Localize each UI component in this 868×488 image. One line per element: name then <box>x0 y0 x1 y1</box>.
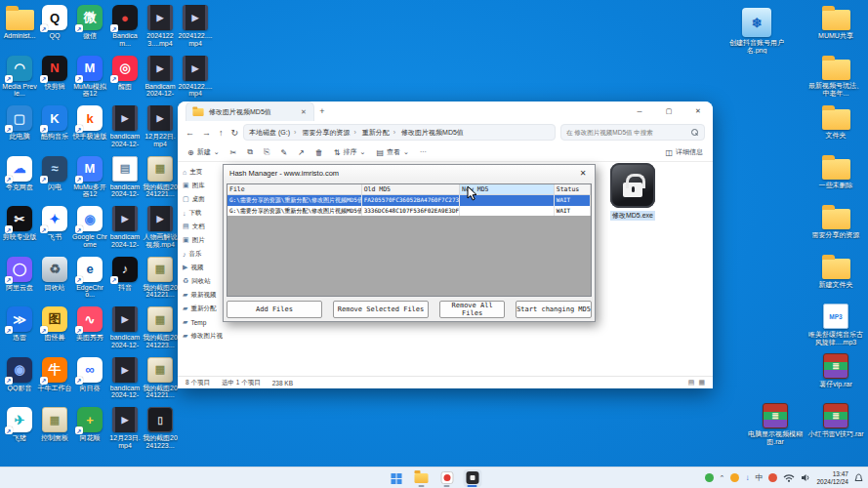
nav-item[interactable]: ▰ 最新视频 <box>178 288 223 302</box>
desktop-icon[interactable]: ≣ 薯仔vip.rar <box>806 350 866 400</box>
wifi-icon[interactable] <box>783 473 795 482</box>
details-view-icon[interactable]: ▤ <box>688 379 695 386</box>
up-button[interactable]: ↑ <box>219 128 224 138</box>
start-button[interactable] <box>387 469 405 487</box>
nav-item[interactable]: ▤ 文档 <box>178 220 223 233</box>
nav-item[interactable]: ⌂ 主页 <box>178 165 223 179</box>
desktop-icon[interactable]: ◯ 阿里云盘 <box>2 254 37 305</box>
breadcrumb-item[interactable]: 需要分享的资源 <box>302 128 359 138</box>
desktop-icon[interactable]: ▶ 12月22日.mp4 <box>143 102 178 153</box>
desktop-icon[interactable]: ▦ 我的截图20241223... <box>143 304 178 354</box>
tray-download-icon[interactable]: ↓ <box>745 473 749 482</box>
taskbar-hash-manager[interactable] <box>463 469 481 487</box>
large-icons-view-icon[interactable]: ▦ <box>698 379 705 386</box>
desktop-icon[interactable]: 文件夹 <box>806 102 866 151</box>
desktop-icon[interactable]: 最新视频号玩法、中老年... <box>806 52 866 102</box>
desktop-icon[interactable]: ◎ 醒图 <box>107 53 143 103</box>
new-button[interactable]: ⊕ 新建 ⌄ <box>187 147 220 157</box>
desktop-icon[interactable]: ♪ 抖音 <box>107 254 143 305</box>
minimize-button[interactable]: ─ <box>625 102 654 121</box>
notification-bell-icon[interactable] <box>854 473 863 483</box>
desktop-icon[interactable]: ▢ 此电脑 <box>2 102 37 153</box>
close-button[interactable]: ✕ <box>683 102 713 121</box>
dialog-button[interactable]: Start changing MD5 <box>516 301 592 318</box>
nav-item[interactable]: ▶ 视频 <box>178 261 223 274</box>
desktop-icon[interactable]: ◠ Media Previe... <box>2 53 37 103</box>
desktop-icon[interactable]: Q QQ <box>37 2 72 53</box>
dialog-button[interactable]: Remove Selected Files <box>333 301 429 318</box>
nav-item[interactable]: ▣ 图库 <box>178 179 223 192</box>
nav-item[interactable]: ▰ Temp <box>178 315 223 329</box>
column-header-old-md5[interactable]: Old MD5 <box>362 184 460 194</box>
desktop-icon[interactable]: Administ... <box>2 2 37 53</box>
desktop-icon[interactable]: 新建文件夹 <box>806 251 866 301</box>
desktop-icon[interactable]: ▦ 控制面板 <box>37 404 72 455</box>
new-tab-button[interactable]: + <box>314 106 330 116</box>
desktop-icon[interactable]: N 快剪辑 <box>37 53 72 103</box>
share-icon[interactable]: ↗ <box>298 148 305 157</box>
dialog-close-button[interactable]: ✕ <box>571 165 595 182</box>
desktop-icon[interactable]: k 快手极速版 <box>72 102 107 153</box>
refresh-button[interactable]: ↻ <box>231 128 239 138</box>
nav-item[interactable]: ♻ 回收站 <box>178 274 223 288</box>
desktop-icon[interactable]: ▶ bandicam 2024-12-2... <box>107 203 143 254</box>
dialog-button[interactable]: Add Files <box>227 301 322 318</box>
breadcrumb-item[interactable]: 本地磁盘 (G:) <box>249 128 300 138</box>
column-header-new-md5[interactable]: New MD5 <box>460 184 555 194</box>
desktop-icon[interactable]: ☁ 夸克网盘 <box>2 153 37 204</box>
desktop-icon[interactable]: ◉ QQ影音 <box>2 354 37 405</box>
desktop-icon[interactable]: 图 图怪兽 <box>37 304 72 354</box>
desktop-icon[interactable]: ✂ 剪映专业版 <box>2 203 37 254</box>
desktop-icon[interactable]: ▯ 我的截图20241223... <box>143 404 178 455</box>
desktop-icon[interactable]: ▶ Bandicam 2024-12-1... <box>143 53 178 103</box>
desktop-icon[interactable]: ∞ 向日葵 <box>72 354 107 405</box>
taskbar-clock[interactable]: 13:47 2024/12/24 <box>816 470 848 485</box>
desktop-icon[interactable]: ▶ 2024122....mp4 <box>178 53 213 103</box>
nav-item[interactable]: ▢ 桌面 <box>178 192 223 206</box>
desktop-icon[interactable]: ▶ bandicam 2024-12-2... <box>107 354 143 405</box>
dialog-button[interactable]: Remove All Files <box>439 301 505 318</box>
desktop-icon[interactable]: ≫ 迅雷 <box>2 304 37 354</box>
desktop-icon[interactable]: ▦ 我的截图20241221... <box>143 354 178 405</box>
dialog-titlebar[interactable]: Hash Manager - www.imristo.com ✕ <box>224 165 595 182</box>
nav-item[interactable]: ↓ 下载 <box>178 206 223 220</box>
tray-red-app-icon[interactable] <box>768 473 777 482</box>
desktop-icon[interactable]: ▶ 人物画解说视频.mp4 <box>143 203 178 254</box>
tray-orange-app-icon[interactable] <box>730 473 739 482</box>
maximize-button[interactable]: ▢ <box>654 102 683 121</box>
desktop-icon[interactable]: ≈ 闪电 <box>37 153 72 204</box>
back-button[interactable]: ← <box>186 128 194 138</box>
desktop-icon[interactable]: e EdgeChro... <box>72 254 107 305</box>
desktop-icon[interactable]: ▶ 12月23日.mp4 <box>107 404 143 455</box>
taskbar-bandicam[interactable] <box>437 469 456 487</box>
desktop-icon[interactable]: 需要分享的资源 <box>806 201 866 251</box>
sort-button[interactable]: ⇅ 排序 ⌄ <box>334 147 366 157</box>
desktop-icon[interactable]: ◉ Google Chrome <box>72 203 107 254</box>
desktop-icon[interactable]: MP3 唯美舒缓纯音乐古风旋律....mp3 <box>806 301 866 350</box>
nav-item[interactable]: ▰ 修改图片视频M... <box>178 329 223 343</box>
details-pane-button[interactable]: ◫ 详细信息 <box>665 147 703 157</box>
desktop-icon[interactable]: ▶ 2024122....mp4 <box>178 2 213 53</box>
tab-close-icon[interactable]: ✕ <box>299 108 309 116</box>
search-box[interactable] <box>560 124 705 141</box>
more-button[interactable]: ⋯ <box>420 148 427 156</box>
desktop-icon[interactable]: ● Bandicam... <box>107 2 143 53</box>
rename-icon[interactable]: ✎ <box>280 148 287 157</box>
ime-indicator[interactable]: 中 <box>755 472 763 483</box>
tray-expand-icon[interactable]: ⌃ <box>720 474 725 482</box>
desktop-icon[interactable]: ▦ 我的截图20241221... <box>143 153 178 204</box>
desktop-icon[interactable]: ▤ bandicam 2024-12-2... <box>107 153 143 204</box>
desktop-icon[interactable]: ∿ 美图秀秀 <box>72 304 107 354</box>
nav-item[interactable]: ▰ 重新分配 <box>178 302 223 315</box>
search-input[interactable] <box>566 129 687 136</box>
view-button[interactable]: ▤ 查看 ⌄ <box>376 147 408 157</box>
desktop-icon[interactable]: ▶ bandicam 2024-12-2... <box>107 304 143 354</box>
tray-green-app-icon[interactable] <box>705 473 714 482</box>
desktop-icon[interactable]: ≣ 小红书雷V技巧.rar <box>806 400 866 445</box>
desktop-icon[interactable]: + 同花顺 <box>72 404 107 455</box>
cut-icon[interactable]: ✂ <box>230 148 237 157</box>
nav-item[interactable]: ♪ 音乐 <box>178 247 223 261</box>
breadcrumb-item[interactable]: 修改图片视频MD5值 <box>401 128 472 138</box>
explorer-tab[interactable]: 修改图片视频MD5值 ✕ <box>186 102 314 121</box>
file-tile-md5-exe[interactable]: 修改MD5.exe <box>601 163 664 221</box>
